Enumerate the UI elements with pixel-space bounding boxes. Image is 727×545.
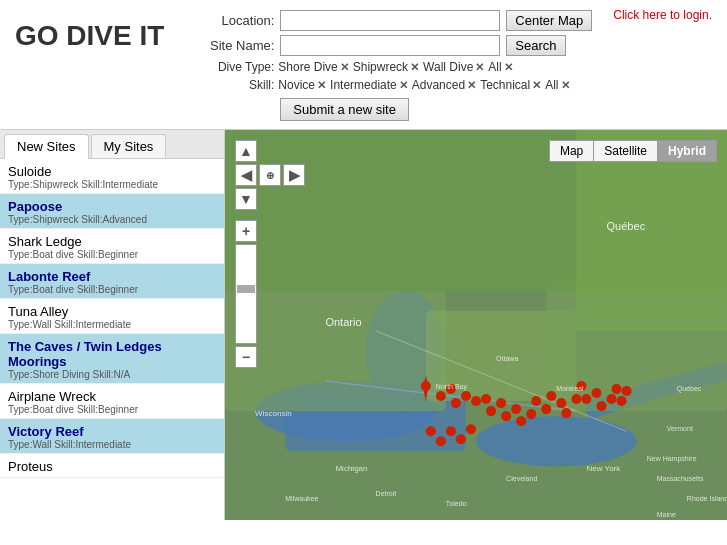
list-item[interactable]: Airplane WreckType:Boat dive Skill:Begin… — [0, 384, 224, 419]
pan-up-button[interactable]: ▲ — [235, 140, 257, 162]
skill-label: Skill: — [194, 78, 274, 92]
svg-point-13 — [436, 391, 446, 401]
filter-shoredive: Shore Dive ✕ — [278, 60, 348, 74]
list-item[interactable]: Labonte ReefType:Boat dive Skill:Beginne… — [0, 264, 224, 299]
centermap-button[interactable]: Center Map — [506, 10, 592, 31]
svg-point-15 — [451, 398, 461, 408]
svg-point-30 — [571, 394, 581, 404]
svg-point-38 — [622, 386, 632, 396]
login-link[interactable]: Click here to login. — [613, 8, 712, 22]
svg-point-36 — [612, 384, 622, 394]
svg-point-22 — [511, 404, 521, 414]
svg-point-35 — [607, 394, 617, 404]
remove-all-dive[interactable]: ✕ — [504, 61, 513, 74]
location-label: Location: — [194, 13, 274, 28]
site-name: Tuna Alley — [8, 304, 216, 319]
svg-text:Wisconsin: Wisconsin — [255, 409, 292, 418]
remove-all-skill[interactable]: ✕ — [561, 79, 570, 92]
site-name: The Caves / Twin Ledges Moorings — [8, 339, 216, 369]
filter-intermediate: Intermediate ✕ — [330, 78, 408, 92]
site-name: Proteus — [8, 459, 216, 474]
svg-point-41 — [446, 426, 456, 436]
svg-point-37 — [617, 396, 627, 406]
sites-list: SuloideType:Shipwreck Skill:Intermediate… — [0, 159, 224, 478]
skill-row: Skill: Novice ✕ Intermediate ✕ Advanced … — [194, 78, 712, 92]
remove-technical[interactable]: ✕ — [532, 79, 541, 92]
tab-my-sites[interactable]: My Sites — [91, 134, 167, 158]
divetype-row: Dive Type: Shore Dive ✕ Shipwreck ✕ Wall… — [194, 60, 712, 74]
zoom-out-button[interactable]: − — [235, 346, 257, 368]
zoom-slider[interactable] — [235, 244, 257, 344]
remove-shipwreck[interactable]: ✕ — [410, 61, 419, 74]
svg-text:Toledo: Toledo — [446, 500, 467, 507]
list-item[interactable]: Victory ReefType:Wall Skill:Intermediate — [0, 419, 224, 454]
svg-text:Québec: Québec — [607, 220, 646, 232]
zoom-handle — [237, 285, 255, 293]
sitename-row: Site Name: Search — [194, 35, 712, 56]
site-meta: Type:Boat dive Skill:Beginner — [8, 404, 216, 415]
svg-text:Massachusetts: Massachusetts — [657, 475, 704, 482]
remove-intermediate[interactable]: ✕ — [399, 79, 408, 92]
map-zoom-controls: ▲ ◀ ⊕ ▶ ▼ + − — [235, 140, 305, 368]
svg-point-17 — [471, 396, 481, 406]
map-container: Ontario Québec Wisconsin Michigan Milwau… — [225, 130, 727, 520]
filter-walldive: Wall Dive ✕ — [423, 60, 484, 74]
svg-text:Cleveland: Cleveland — [506, 475, 537, 482]
zoom-in-button[interactable]: + — [235, 220, 257, 242]
svg-point-26 — [541, 404, 551, 414]
tab-new-sites[interactable]: New Sites — [4, 134, 89, 159]
sitename-label: Site Name: — [194, 38, 274, 53]
svg-text:Québec: Québec — [677, 385, 702, 393]
svg-point-19 — [486, 406, 496, 416]
svg-text:Montreal: Montreal — [556, 385, 584, 392]
remove-walldive[interactable]: ✕ — [475, 61, 484, 74]
svg-text:Ontario: Ontario — [325, 316, 361, 328]
search-button[interactable]: Search — [506, 35, 565, 56]
svg-point-21 — [501, 411, 511, 421]
svg-text:Detroit: Detroit — [376, 490, 397, 497]
svg-point-27 — [546, 391, 556, 401]
map-type-map[interactable]: Map — [550, 141, 594, 161]
list-item[interactable]: Proteus — [0, 454, 224, 478]
filter-shipwreck: Shipwreck ✕ — [353, 60, 419, 74]
site-name: Suloide — [8, 164, 216, 179]
svg-text:New Hampshire: New Hampshire — [647, 455, 697, 463]
search-form: Location: Center Map Site Name: Search D… — [194, 10, 712, 121]
recenter-button[interactable]: ⊕ — [259, 164, 281, 186]
list-item[interactable]: SuloideType:Shipwreck Skill:Intermediate — [0, 159, 224, 194]
filter-all-skill: All ✕ — [545, 78, 569, 92]
svg-point-28 — [556, 398, 566, 408]
submit-site-button[interactable]: Submit a new site — [280, 98, 409, 121]
svg-point-43 — [466, 424, 476, 434]
sitename-input[interactable] — [280, 35, 500, 56]
list-item[interactable]: Tuna AlleyType:Wall Skill:Intermediate — [0, 299, 224, 334]
tabs-bar: New Sites My Sites — [0, 130, 224, 159]
site-meta: Type:Shipwreck Skill:Intermediate — [8, 179, 216, 190]
map-type-satellite[interactable]: Satellite — [594, 141, 658, 161]
svg-text:Rhode Island: Rhode Island — [687, 495, 727, 502]
map-type-hybrid[interactable]: Hybrid — [658, 141, 716, 161]
list-item[interactable]: Shark LedgeType:Boat dive Skill:Beginner — [0, 229, 224, 264]
site-meta: Type:Boat dive Skill:Beginner — [8, 284, 216, 295]
svg-point-25 — [531, 396, 541, 406]
site-name: Shark Ledge — [8, 234, 216, 249]
svg-point-33 — [591, 388, 601, 398]
app-logo: GO DIVE IT — [15, 20, 164, 52]
list-item[interactable]: PapooseType:Shipwreck Skill:Advanced — [0, 194, 224, 229]
svg-point-20 — [496, 398, 506, 408]
pan-right-button[interactable]: ▶ — [283, 164, 305, 186]
remove-novice[interactable]: ✕ — [317, 79, 326, 92]
list-item[interactable]: The Caves / Twin Ledges MooringsType:Sho… — [0, 334, 224, 384]
remove-advanced[interactable]: ✕ — [467, 79, 476, 92]
location-input[interactable] — [280, 10, 500, 31]
filter-all-dive: All ✕ — [488, 60, 512, 74]
svg-point-39 — [426, 426, 436, 436]
remove-shoredive[interactable]: ✕ — [340, 61, 349, 74]
svg-text:Maine: Maine — [657, 511, 676, 518]
svg-point-3 — [476, 416, 637, 466]
sites-sidebar: New Sites My Sites SuloideType:Shipwreck… — [0, 130, 225, 520]
svg-point-29 — [561, 408, 571, 418]
site-meta: Type:Boat dive Skill:Beginner — [8, 249, 216, 260]
pan-left-button[interactable]: ◀ — [235, 164, 257, 186]
pan-down-button[interactable]: ▼ — [235, 188, 257, 210]
